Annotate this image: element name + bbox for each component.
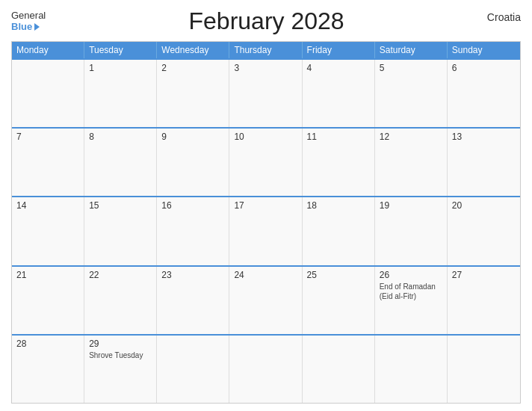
calendar-header-cell: Sunday: [448, 42, 520, 58]
calendar-cell: 15: [84, 197, 157, 265]
calendar-cell: 10: [229, 129, 302, 196]
calendar-header-cell: Friday: [303, 42, 375, 58]
calendar-cell: 2: [157, 60, 229, 127]
calendar-cell: 7: [12, 129, 84, 196]
calendar-cell: 5: [375, 60, 448, 127]
day-number: 14: [16, 200, 79, 211]
calendar-body: 1234567891011121314151617181920212223242…: [12, 58, 520, 403]
day-number: 29: [89, 339, 152, 349]
calendar-header-cell: Saturday: [375, 42, 448, 58]
day-number: 10: [234, 132, 297, 142]
page-title: February 2028: [46, 7, 487, 35]
calendar-page: General Blue February 2028 Croatia Monda…: [0, 0, 532, 411]
calendar-cell: [229, 336, 302, 403]
logo: General Blue: [11, 10, 46, 32]
calendar-week: 14151617181920: [12, 196, 520, 265]
logo-general-text: General: [11, 10, 46, 21]
day-number: 20: [452, 200, 516, 211]
logo-triangle-icon: [34, 23, 40, 31]
calendar-cell: 4: [303, 60, 375, 127]
calendar-header: MondayTuesdayWednesdayThursdayFridaySatu…: [12, 42, 520, 58]
day-number: 7: [16, 132, 79, 142]
calendar-event: Shrove Tuesday: [89, 350, 152, 360]
day-number: 16: [161, 200, 224, 211]
calendar-header-cell: Tuesday: [84, 42, 157, 58]
day-number: 9: [161, 132, 224, 142]
calendar-cell: 27: [448, 267, 520, 334]
calendar-cell: 9: [157, 129, 229, 196]
calendar-cell: [157, 336, 229, 403]
day-number: 15: [89, 200, 152, 211]
calendar-cell: 16: [157, 197, 229, 265]
calendar-header-cell: Thursday: [229, 42, 302, 58]
day-number: 27: [452, 270, 516, 280]
day-number: 1: [89, 63, 152, 73]
logo-blue-text: Blue: [11, 22, 32, 32]
day-number: 23: [161, 270, 224, 280]
day-number: 18: [307, 200, 370, 211]
calendar-week: 2829Shrove Tuesday: [12, 334, 520, 403]
day-number: 28: [16, 339, 79, 349]
calendar-cell: 22: [84, 267, 157, 334]
day-number: 11: [307, 132, 370, 142]
day-number: 5: [380, 63, 442, 73]
day-number: 21: [16, 270, 79, 280]
calendar-cell: [448, 336, 520, 403]
day-number: 6: [452, 63, 516, 73]
calendar-cell: 25: [303, 267, 375, 334]
day-number: 25: [307, 270, 370, 280]
day-number: 17: [234, 200, 297, 211]
calendar-cell: [303, 336, 375, 403]
calendar-cell: 12: [375, 129, 448, 196]
calendar-cell: 13: [448, 129, 520, 196]
day-number: 4: [307, 63, 370, 73]
calendar-cell: 29Shrove Tuesday: [84, 336, 157, 403]
day-number: 19: [380, 200, 442, 211]
calendar-cell: 23: [157, 267, 229, 334]
day-number: 22: [89, 270, 152, 280]
calendar-cell: 19: [375, 197, 448, 265]
calendar-cell: [375, 336, 448, 403]
day-number: 13: [452, 132, 516, 142]
calendar-cell: [12, 60, 84, 127]
calendar-week: 212223242526End of Ramadan (Eid al-Fitr)…: [12, 265, 520, 334]
day-number: 8: [89, 132, 152, 142]
page-header: General Blue February 2028 Croatia: [11, 7, 521, 35]
country-label: Croatia: [487, 11, 521, 23]
calendar-cell: 14: [12, 197, 84, 265]
calendar-cell: 26End of Ramadan (Eid al-Fitr): [375, 267, 448, 334]
calendar-cell: 20: [448, 197, 520, 265]
calendar-header-cell: Monday: [12, 42, 84, 58]
calendar-cell: 28: [12, 336, 84, 403]
calendar-cell: 24: [229, 267, 302, 334]
day-number: 2: [161, 63, 224, 73]
day-number: 3: [234, 63, 297, 73]
calendar-grid: MondayTuesdayWednesdayThursdayFridaySatu…: [11, 41, 521, 404]
day-number: 24: [234, 270, 297, 280]
calendar-cell: 11: [303, 129, 375, 196]
calendar-cell: 18: [303, 197, 375, 265]
day-number: 12: [380, 132, 442, 142]
calendar-cell: 6: [448, 60, 520, 127]
calendar-cell: 1: [84, 60, 157, 127]
calendar-cell: 17: [229, 197, 302, 265]
calendar-week: 78910111213: [12, 127, 520, 196]
calendar-cell: 3: [229, 60, 302, 127]
calendar-cell: 8: [84, 129, 157, 196]
calendar-week: 123456: [12, 58, 520, 127]
calendar-cell: 21: [12, 267, 84, 334]
calendar-header-cell: Wednesday: [157, 42, 229, 58]
calendar-event: End of Ramadan (Eid al-Fitr): [380, 282, 442, 301]
day-number: 26: [380, 270, 442, 280]
